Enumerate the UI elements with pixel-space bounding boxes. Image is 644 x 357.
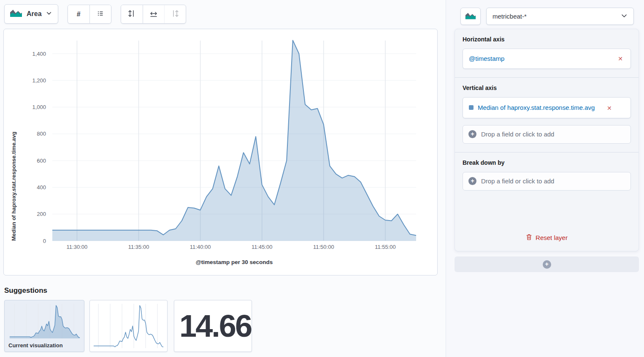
svg-text:600: 600 [37,158,46,164]
list-values-icon [97,10,104,19]
editor-toolbar: Area # [4,4,186,24]
svg-text:1,400: 1,400 [32,51,46,57]
format-button-group: # [68,5,111,24]
suggestion-line-chart[interactable] [89,300,168,352]
svg-text:11:45:00: 11:45:00 [252,244,273,250]
chevron-down-icon [621,12,628,20]
right-axis-icon [171,9,179,19]
axis-button-group [121,5,186,24]
index-pattern-value: metricbeat-* [492,13,621,20]
values-labels-button[interactable] [89,5,111,23]
horizontal-axis-section: Horizontal axis @timestamp ✕ [455,29,639,77]
dimension-timestamp-label: @timestamp [469,54,612,63]
vertical-axis-section: Vertical axis Median of haproxy.stat.res… [455,78,639,152]
suggestion-metric[interactable]: 14.66 [174,300,252,352]
config-panel: metricbeat-* Horizontal axis @timestamp … [446,0,644,357]
horizontal-axis-title: Horizontal axis [463,36,631,43]
series-color-swatch [469,105,474,110]
svg-text:1,000: 1,000 [32,104,46,110]
plus-circle-icon: + [543,260,551,269]
layer-settings-card: Horizontal axis @timestamp ✕ Vertical ax… [455,29,639,251]
drop-placeholder: Drop a field or click to add [481,177,554,185]
suggestion-area-thumbnail [8,303,81,340]
x-axis-title: @timestamp per 30 seconds [52,259,416,265]
chevron-down-icon [46,10,52,18]
svg-text:200: 200 [37,211,46,217]
main-chart-svg[interactable]: 02004006008001,0001,2001,40011:30:0011:3… [4,29,437,275]
trash-icon [526,234,532,242]
plus-circle-icon: + [468,130,476,138]
svg-text:800: 800 [37,131,46,137]
svg-text:0: 0 [43,238,46,244]
svg-text:11:55:00: 11:55:00 [375,244,396,250]
break-down-drop-target[interactable]: + Drop a field or click to add [463,172,631,191]
layer-chart-type-button[interactable] [460,8,481,25]
plus-circle-icon: + [468,177,476,185]
dimension-timestamp[interactable]: @timestamp ✕ [463,49,631,69]
dimension-median-label: Median of haproxy.stat.response.time.avg [478,103,601,112]
remove-median-button[interactable]: ✕ [605,104,614,112]
add-layer-button[interactable]: + [455,256,639,272]
drop-placeholder: Drop a field or click to add [481,131,554,138]
svg-text:11:35:00: 11:35:00 [128,244,149,250]
break-down-title: Break down by [463,159,631,166]
area-chart-icon [465,12,476,21]
area-chart-icon [10,8,22,19]
vertical-axis-title: Vertical axis [463,84,631,91]
svg-text:1,200: 1,200 [32,77,46,84]
left-axis-icon [127,9,136,19]
number-format-button[interactable]: # [68,5,89,23]
reset-layer-label: Reset layer [536,234,568,241]
right-axis-button [164,5,186,23]
reset-layer-button[interactable]: Reset layer [455,234,639,242]
suggestion-current[interactable]: Current visualization [4,300,84,352]
suggestion-line-thumbnail [92,303,165,350]
bottom-axis-icon [149,9,158,19]
svg-text:11:50:00: 11:50:00 [313,244,334,250]
remove-timestamp-button[interactable]: ✕ [616,55,625,63]
dimension-median[interactable]: Median of haproxy.stat.response.time.avg… [463,97,631,118]
svg-text:400: 400 [37,184,46,191]
metric-value: 14.66 [174,300,252,352]
chart-type-selector[interactable]: Area [4,4,58,24]
vertical-axis-drop-target[interactable]: + Drop a field or click to add [463,125,631,144]
left-axis-button[interactable] [121,5,143,23]
index-pattern-select[interactable]: metricbeat-* [486,8,634,25]
svg-text:11:30:00: 11:30:00 [67,244,88,250]
svg-text:11:40:00: 11:40:00 [190,244,211,250]
chart-type-label: Area [27,10,42,18]
current-visualization-label: Current visualization [5,340,84,352]
suggestions-heading: Suggestions [4,286,47,295]
hash-icon: # [77,11,81,18]
break-down-section: Break down by + Drop a field or click to… [455,153,639,199]
bottom-axis-button[interactable] [143,5,164,23]
visualization-panel: Median of haproxy.stat.response.time.avg… [3,29,438,275]
